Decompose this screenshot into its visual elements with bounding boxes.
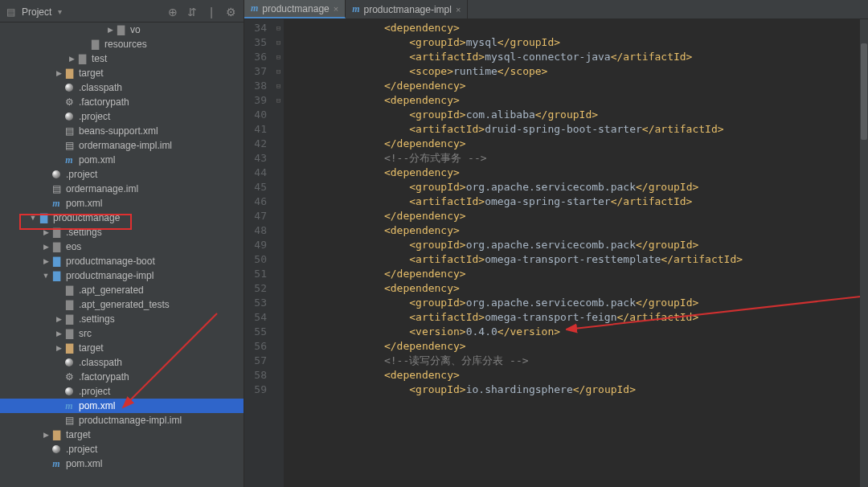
gear-icon[interactable]: ⚙ — [224, 6, 237, 18]
line-gutter: 3435363738394041424344454647484950515253… — [244, 19, 273, 487]
tree-item--apt-generated-tests[interactable]: ▇.apt_generated_tests — [0, 297, 244, 312]
tree-icon: m — [50, 458, 63, 470]
tree-item--project[interactable]: .project — [0, 109, 244, 124]
project-dropdown[interactable]: Project — [22, 6, 51, 18]
tree-label: productmanage-impl — [66, 270, 154, 281]
tree-arrow[interactable]: ▶ — [106, 26, 114, 34]
editor-tabs: mproductmanage×mproductmanage-impl× — [244, 0, 868, 19]
tree-arrow[interactable]: ▶ — [55, 315, 63, 323]
tree-item--project[interactable]: .project — [0, 384, 244, 399]
tree-label: .classpath — [79, 357, 122, 368]
tree-arrow[interactable]: ▼ — [29, 214, 37, 222]
tree-item-target[interactable]: ▶▇target — [0, 341, 244, 355]
tree-label: .project — [66, 169, 97, 180]
tree-icon — [63, 113, 76, 121]
tree-arrow[interactable]: ▶ — [68, 55, 76, 63]
tree-arrow[interactable]: ▶ — [55, 69, 63, 77]
tree-item--settings[interactable]: ▶▇.settings — [0, 225, 244, 239]
tree-label: pom.xml — [79, 400, 115, 411]
tree-label: .classpath — [79, 82, 122, 93]
code-content[interactable]: <dependency> <groupId>mysql</groupId> <a… — [285, 19, 868, 487]
tree-icon: ▇ — [50, 241, 63, 252]
tree-label: vo — [130, 24, 141, 35]
tree-label: productmanage-boot — [66, 256, 155, 267]
tree-item-pom-xml[interactable]: mpom.xml — [0, 456, 244, 471]
chevron-down-icon: ▾ — [58, 7, 62, 16]
editor-tab-productmanage[interactable]: mproductmanage× — [244, 0, 346, 18]
tree-item-productmanage-impl[interactable]: ▼▇productmanage-impl — [0, 268, 244, 283]
tree-item--factorypath[interactable]: ⚙.factorypath — [0, 95, 244, 109]
tree-icon — [63, 84, 76, 92]
tree-label: test — [92, 53, 107, 64]
tree-label: target — [79, 342, 104, 354]
tree-icon: ▇ — [63, 328, 76, 339]
tree-item-pom-xml[interactable]: mpom.xml — [0, 153, 244, 167]
fold-column[interactable]: ⊟⊟⊟⊟⊟⊟ — [273, 19, 285, 487]
tree-icon: ▇ — [50, 429, 63, 440]
tree-arrow[interactable]: ▶ — [55, 344, 63, 352]
tree-item-pom-xml[interactable]: mpom.xml — [0, 399, 244, 413]
tree-item-ordermanage-iml[interactable]: ▤ordermanage.iml — [0, 182, 244, 196]
tree-item--project[interactable]: .project — [0, 167, 244, 182]
collapse-icon[interactable]: ⇵ — [186, 6, 199, 18]
tree-item-ordermanage-impl-iml[interactable]: ▤ordermanage-impl.iml — [0, 138, 244, 153]
tree-icon — [63, 387, 76, 395]
tree-icon: m — [63, 154, 76, 166]
tree-item-productmanage-impl-iml[interactable]: ▤productmanage-impl.iml — [0, 413, 244, 428]
tree-icon: ▇ — [88, 39, 101, 50]
tree-icon: ▤ — [63, 125, 76, 137]
tree-icon: ▤ — [63, 140, 76, 151]
tree-label: .project — [79, 111, 110, 122]
tree-item--factorypath[interactable]: ⚙.factorypath — [0, 370, 244, 384]
tree-label: pom.xml — [79, 154, 115, 166]
locate-icon[interactable]: ⊕ — [166, 6, 179, 18]
project-panel[interactable]: ▤ Project ▾ ⊕ ⇵ | ⚙ ▶▇vo▇resources▶▇test… — [0, 0, 244, 487]
tree-item-pom-xml[interactable]: mpom.xml — [0, 196, 244, 211]
tree-arrow[interactable]: ▼ — [42, 272, 50, 280]
tree-icon: m — [63, 400, 76, 412]
tree-label: .settings — [79, 313, 115, 325]
tree-arrow[interactable]: ▶ — [55, 329, 63, 338]
tree-icon: ▤ — [50, 183, 63, 194]
tree-item--project[interactable]: .project — [0, 442, 244, 456]
tree-item-beans-support-xml[interactable]: ▤beans-support.xml — [0, 124, 244, 138]
tree-label: target — [66, 429, 91, 440]
tree-item-test[interactable]: ▶▇test — [0, 51, 244, 66]
tree-label: resources — [104, 39, 147, 50]
tree-item-productmanage-boot[interactable]: ▶▇productmanage-boot — [0, 254, 244, 268]
tree-item--classpath[interactable]: .classpath — [0, 355, 244, 370]
tree-item-src[interactable]: ▶▇src — [0, 326, 244, 341]
tree-icon: ▇ — [37, 212, 50, 223]
close-icon[interactable]: × — [334, 4, 338, 14]
tree-label: pom.xml — [66, 458, 102, 469]
tree-item-productmanage[interactable]: ▼▇productmanage — [0, 211, 244, 225]
code-editor[interactable]: 3435363738394041424344454647484950515253… — [244, 19, 868, 487]
tree-icon: ▇ — [63, 299, 76, 310]
tree-item-resources[interactable]: ▇resources — [0, 37, 244, 51]
tree-label: pom.xml — [66, 198, 102, 209]
tree-arrow[interactable]: ▶ — [42, 257, 50, 265]
tab-label: productmanage — [262, 3, 329, 14]
tree-label: .project — [66, 444, 97, 455]
tree-icon: ▇ — [63, 68, 76, 79]
tree-label: .apt_generated_tests — [79, 299, 170, 310]
tree-item--settings[interactable]: ▶▇.settings — [0, 312, 244, 326]
tree-item--classpath[interactable]: .classpath — [0, 80, 244, 95]
tree-label: eos — [66, 241, 81, 252]
close-icon[interactable]: × — [456, 5, 461, 14]
tree-item-target[interactable]: ▶▇target — [0, 428, 244, 442]
tree-item-vo[interactable]: ▶▇vo — [0, 23, 244, 37]
divider: | — [205, 6, 218, 18]
editor-scrollbar[interactable] — [860, 19, 868, 487]
tree-icon: ⚙ — [63, 96, 76, 108]
tree-arrow[interactable]: ▶ — [42, 228, 50, 236]
tree-item-target[interactable]: ▶▇target — [0, 66, 244, 80]
tree-item-eos[interactable]: ▶▇eos — [0, 239, 244, 254]
tree-arrow[interactable]: ▶ — [42, 431, 50, 439]
maven-icon: m — [352, 3, 359, 15]
tree-item--apt-generated[interactable]: ▇.apt_generated — [0, 283, 244, 297]
tree-label: .factorypath — [79, 96, 129, 108]
editor-tab-productmanage-impl[interactable]: mproductmanage-impl× — [346, 0, 468, 18]
tree-label: .apt_generated — [79, 284, 144, 296]
tree-arrow[interactable]: ▶ — [42, 243, 50, 251]
